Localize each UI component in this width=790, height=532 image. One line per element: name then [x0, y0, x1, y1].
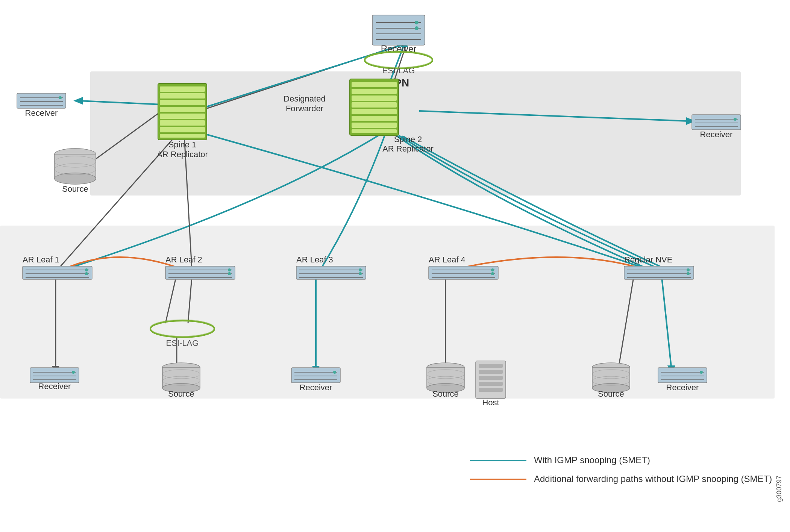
svg-rect-59	[352, 116, 397, 121]
spine1-sublabel: AR Replicator	[157, 150, 208, 159]
spine2	[350, 79, 399, 135]
source-left	[55, 149, 96, 184]
svg-point-94	[359, 272, 362, 275]
svg-rect-45	[160, 86, 205, 92]
svg-rect-52	[160, 134, 205, 138]
ar-leaf3-label: AR Leaf 3	[296, 255, 333, 264]
receiver-right-label: Receiver	[700, 130, 733, 139]
svg-point-93	[359, 268, 362, 271]
svg-rect-58	[352, 109, 397, 114]
esi-lag-bottom-label: ESI-LAG	[166, 338, 199, 348]
source-bottom2-label: Source	[432, 389, 459, 399]
svg-point-66	[59, 96, 62, 99]
receiver-bottom1	[30, 368, 79, 383]
receiver-bottom3-label: Receiver	[666, 383, 699, 392]
ar-leaf1	[23, 266, 92, 279]
svg-rect-61	[352, 129, 397, 133]
ar-leaf4	[429, 266, 498, 279]
ar-leaf3	[296, 266, 366, 279]
esi-lag-top-label: ESI-LAG	[382, 66, 415, 75]
regular-nve	[624, 266, 694, 279]
receiver-right	[692, 115, 741, 130]
spine1	[158, 83, 207, 140]
svg-rect-56	[352, 95, 397, 101]
svg-marker-9	[73, 97, 83, 105]
designated-forwarder-label: Designated	[284, 94, 325, 103]
svg-point-144	[700, 371, 703, 374]
svg-rect-50	[160, 120, 205, 126]
svg-point-87	[228, 268, 231, 271]
svg-point-81	[85, 268, 88, 271]
spine1-label: Spine 1	[168, 140, 197, 149]
receiver-bottom1-label: Receiver	[38, 382, 71, 391]
source-bottom3-label: Source	[598, 389, 624, 399]
diagram-container: EVPN	[0, 0, 790, 532]
source-bottom2	[427, 363, 464, 393]
svg-rect-35	[372, 15, 425, 45]
svg-rect-46	[160, 93, 205, 99]
svg-rect-57	[352, 102, 397, 108]
svg-rect-133	[479, 382, 503, 386]
svg-point-105	[687, 268, 690, 271]
svg-rect-140	[658, 368, 707, 383]
svg-rect-109	[30, 368, 79, 383]
receiver-bottom3	[658, 368, 707, 383]
svg-rect-54	[352, 82, 397, 87]
receiver-left-label: Receiver	[25, 108, 58, 118]
svg-rect-72	[692, 115, 741, 130]
source-bottom	[162, 363, 200, 393]
ar-leaf4-label: AR Leaf 4	[429, 255, 466, 264]
svg-point-76	[734, 118, 737, 121]
receiver-bottom2-label: Receiver	[300, 383, 332, 392]
ar-leaf2	[165, 266, 235, 279]
svg-rect-119	[291, 368, 340, 383]
receiver-top	[372, 15, 425, 45]
receiver-left	[17, 93, 66, 108]
svg-rect-60	[352, 123, 397, 128]
svg-point-113	[72, 371, 75, 374]
source-bottom3	[592, 363, 630, 393]
svg-point-99	[491, 268, 494, 271]
host	[476, 361, 506, 399]
svg-rect-131	[479, 370, 503, 374]
spine2-label: Spine 2	[394, 135, 422, 144]
svg-point-123	[333, 371, 336, 374]
svg-rect-55	[352, 89, 397, 94]
designated-forwarder-label2: Forwarder	[286, 104, 323, 113]
svg-rect-132	[479, 376, 503, 380]
svg-rect-62	[17, 93, 66, 108]
watermark-text: g300797	[775, 476, 783, 502]
svg-rect-48	[160, 107, 205, 112]
ar-leaf2-label: AR Leaf 2	[165, 255, 202, 264]
svg-rect-47	[160, 100, 205, 105]
svg-rect-49	[160, 114, 205, 119]
receiver-bottom2	[291, 368, 340, 383]
svg-point-40	[415, 21, 419, 24]
source-left-label: Source	[62, 184, 88, 194]
svg-point-82	[85, 272, 88, 275]
svg-point-41	[415, 26, 419, 30]
svg-point-100	[491, 272, 494, 275]
regular-nve-label: Regular NVE	[624, 255, 672, 264]
svg-rect-130	[479, 364, 503, 368]
host-label: Host	[482, 398, 499, 407]
svg-rect-134	[479, 388, 503, 392]
spine2-sublabel: AR Replicator	[382, 144, 434, 153]
svg-point-88	[228, 272, 231, 275]
ar-leaf1-label: AR Leaf 1	[23, 255, 59, 264]
source-bottom-label: Source	[168, 389, 194, 399]
svg-point-106	[687, 272, 690, 275]
legend-igmp-label: With IGMP snooping (SMET)	[534, 455, 650, 465]
svg-rect-51	[160, 127, 205, 132]
legend-no-igmp-label: Additional forwarding paths without IGMP…	[534, 474, 772, 484]
